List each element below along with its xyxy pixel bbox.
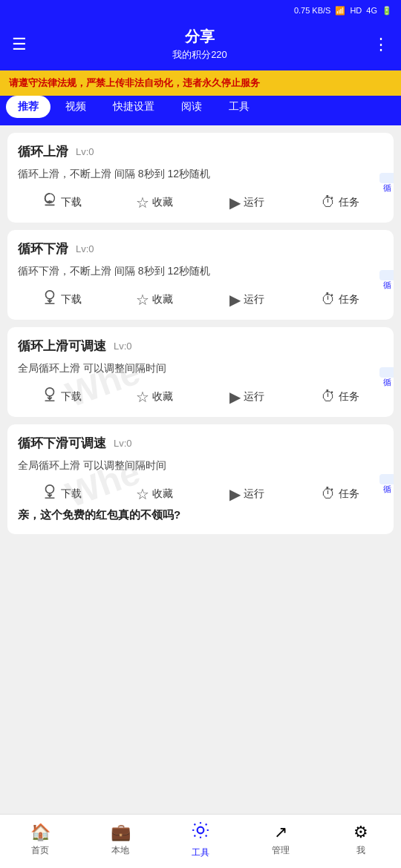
bottom-nav: 🏠 首页 💼 本地 工具 ↗ 管理 ⚙ 我 bbox=[0, 814, 401, 868]
star-icon-2: ☆ bbox=[136, 291, 149, 309]
tab-quicksettings[interactable]: 快捷设置 bbox=[101, 96, 166, 118]
nav-home-label: 首页 bbox=[31, 844, 49, 857]
play-icon-4: ▶ bbox=[229, 485, 241, 503]
card-3-title: 循环上滑可调速 bbox=[18, 338, 106, 355]
tabs-bar: 推荐 视频 快捷设置 阅读 工具 bbox=[0, 96, 401, 125]
network-type: 4G bbox=[366, 6, 377, 15]
local-icon: 💼 bbox=[111, 823, 131, 842]
play-icon: ▶ bbox=[229, 194, 241, 211]
signal-label: HD bbox=[350, 6, 362, 15]
nav-me[interactable]: ⚙ 我 bbox=[321, 823, 401, 857]
card-3-download[interactable]: 下载 bbox=[18, 387, 105, 407]
card-1-side-label: 循 bbox=[379, 173, 394, 183]
card-1-actions: 下载 ☆ 收藏 ▶ 运行 ⏱ 任务 bbox=[18, 192, 383, 212]
download-icon-3 bbox=[42, 387, 58, 407]
timer-icon: ⏱ bbox=[321, 194, 336, 211]
nav-me-label: 我 bbox=[356, 844, 365, 857]
tab-read[interactable]: 阅读 bbox=[169, 96, 214, 118]
card-3-collect[interactable]: ☆ 收藏 bbox=[111, 388, 198, 406]
card-2-title: 循环下滑 bbox=[18, 240, 68, 257]
notice-bar: 请遵守法律法规，严禁上传非法自动化，违者永久停止服务 bbox=[0, 70, 401, 96]
timer-icon-4: ⏱ bbox=[321, 485, 336, 502]
card-3-collect-label: 收藏 bbox=[152, 390, 173, 404]
card-1-task-label: 任务 bbox=[339, 196, 359, 209]
card-2-download[interactable]: 下载 bbox=[18, 289, 105, 309]
card-4-run[interactable]: ▶ 运行 bbox=[203, 485, 290, 503]
download-icon bbox=[42, 192, 58, 212]
star-icon-3: ☆ bbox=[136, 388, 149, 406]
card-4: Whe 循 循环下滑可调速 Lv:0 全局循环上滑 可以调整间隔时间 下载 ☆ … bbox=[7, 424, 394, 534]
card-4-desc: 全局循环上滑 可以调整间隔时间 bbox=[18, 458, 383, 473]
nav-local[interactable]: 💼 本地 bbox=[80, 823, 160, 857]
play-icon-3: ▶ bbox=[229, 388, 241, 406]
nav-home[interactable]: 🏠 首页 bbox=[0, 823, 80, 857]
tab-video[interactable]: 视频 bbox=[53, 96, 98, 118]
svg-point-3 bbox=[45, 485, 53, 493]
card-3-run-label: 运行 bbox=[244, 390, 264, 404]
more-icon[interactable]: ⋮ bbox=[373, 35, 389, 54]
card-4-title: 循环下滑可调速 bbox=[18, 435, 106, 452]
nav-local-label: 本地 bbox=[111, 844, 129, 857]
card-4-collect[interactable]: ☆ 收藏 bbox=[111, 485, 198, 503]
card-3-actions: 下载 ☆ 收藏 ▶ 运行 ⏱ 任务 bbox=[18, 387, 383, 407]
card-2-desc: 循环下滑，不断上滑 间隔 8秒到 12秒随机 bbox=[18, 263, 383, 279]
card-2-side-label: 循 bbox=[379, 270, 394, 280]
manage-icon: ↗ bbox=[274, 823, 287, 842]
card-2-download-label: 下载 bbox=[61, 293, 82, 306]
card-3-side-label: 循 bbox=[379, 367, 394, 378]
card-2-run-label: 运行 bbox=[244, 293, 264, 306]
card-3: Whe 循 循环上滑可调速 Lv:0 全局循环上滑 可以调整间隔时间 下载 ☆ … bbox=[7, 327, 394, 417]
home-icon: 🏠 bbox=[30, 823, 50, 842]
play-icon-2: ▶ bbox=[229, 291, 241, 309]
card-1-collect-label: 收藏 bbox=[152, 196, 173, 209]
me-icon: ⚙ bbox=[353, 823, 368, 842]
download-icon-2 bbox=[42, 289, 58, 309]
card-4-download[interactable]: 下载 bbox=[18, 484, 105, 504]
card-list: 循 循环上滑 Lv:0 循环上滑，不断上滑 间隔 8秒到 12秒随机 下载 ☆ … bbox=[0, 125, 401, 542]
card-2-task-label: 任务 bbox=[339, 293, 359, 306]
card-3-task-label: 任务 bbox=[339, 390, 359, 404]
card-1-run[interactable]: ▶ 运行 bbox=[203, 194, 290, 211]
card-1: 循 循环上滑 Lv:0 循环上滑，不断上滑 间隔 8秒到 12秒随机 下载 ☆ … bbox=[7, 133, 394, 223]
card-4-task[interactable]: ⏱ 任务 bbox=[296, 485, 383, 502]
card-2: 循 循环下滑 Lv:0 循环下滑，不断上滑 间隔 8秒到 12秒随机 下载 ☆ … bbox=[7, 230, 394, 320]
timer-icon-3: ⏱ bbox=[321, 388, 336, 405]
download-icon-4 bbox=[42, 484, 58, 504]
star-icon: ☆ bbox=[136, 194, 149, 211]
card-1-title: 循环上滑 bbox=[18, 143, 68, 160]
page-title: 分享 bbox=[172, 27, 227, 47]
tab-tools[interactable]: 工具 bbox=[217, 96, 261, 118]
svg-point-2 bbox=[45, 388, 53, 396]
tab-recommend[interactable]: 推荐 bbox=[6, 96, 50, 118]
header-center: 分享 我的积分220 bbox=[172, 27, 227, 62]
card-2-actions: 下载 ☆ 收藏 ▶ 运行 ⏱ 任务 bbox=[18, 289, 383, 309]
card-2-collect-label: 收藏 bbox=[152, 293, 173, 306]
card-1-collect[interactable]: ☆ 收藏 bbox=[111, 194, 198, 211]
notice-text: 请遵守法律法规，严禁上传非法自动化，违者永久停止服务 bbox=[9, 77, 260, 88]
card-2-run[interactable]: ▶ 运行 bbox=[203, 291, 290, 309]
nav-tools[interactable]: 工具 bbox=[160, 821, 241, 859]
promo-text: 亲，这个免费的红包真的不领吗? bbox=[18, 504, 383, 524]
battery-icon: 🔋 bbox=[382, 6, 392, 16]
svg-point-4 bbox=[198, 827, 204, 834]
svg-point-1 bbox=[45, 291, 53, 299]
card-1-task[interactable]: ⏱ 任务 bbox=[296, 194, 383, 211]
card-2-task[interactable]: ⏱ 任务 bbox=[296, 291, 383, 308]
nav-manage[interactable]: ↗ 管理 bbox=[241, 823, 321, 857]
header: ☰ 分享 我的积分220 ⋮ bbox=[0, 21, 401, 70]
card-3-level: Lv:0 bbox=[114, 341, 132, 352]
card-1-run-label: 运行 bbox=[244, 196, 264, 209]
card-1-download[interactable]: 下载 bbox=[18, 192, 105, 212]
card-3-task[interactable]: ⏱ 任务 bbox=[296, 388, 383, 405]
card-4-collect-label: 收藏 bbox=[152, 487, 173, 501]
nav-tools-label: 工具 bbox=[192, 846, 209, 859]
network-speed: 0.75 KB/S bbox=[294, 6, 331, 15]
menu-icon[interactable]: ☰ bbox=[12, 35, 27, 54]
user-score: 我的积分220 bbox=[172, 48, 227, 62]
card-2-level: Lv:0 bbox=[76, 243, 94, 254]
card-3-run[interactable]: ▶ 运行 bbox=[203, 388, 290, 406]
card-4-actions: 下载 ☆ 收藏 ▶ 运行 ⏱ 任务 bbox=[18, 484, 383, 504]
card-2-collect[interactable]: ☆ 收藏 bbox=[111, 291, 198, 309]
card-1-level: Lv:0 bbox=[76, 146, 94, 157]
card-1-download-label: 下载 bbox=[61, 196, 82, 209]
